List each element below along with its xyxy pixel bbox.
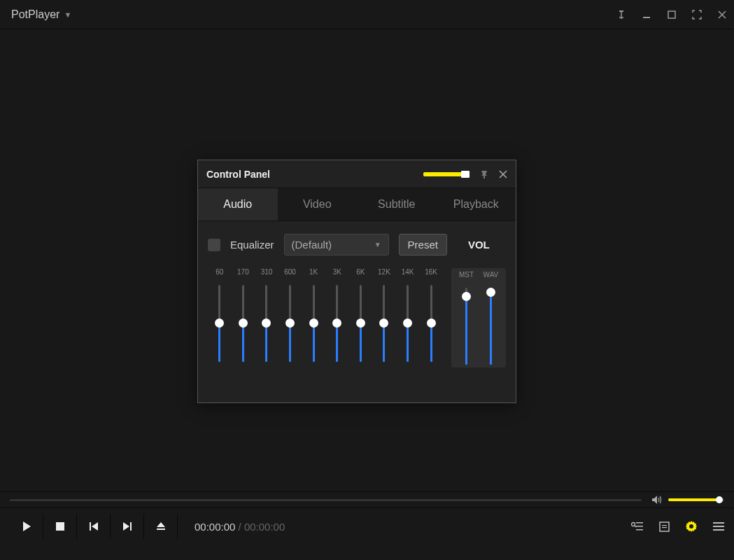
- title-bar: PotPlayer ▼: [0, 0, 734, 29]
- svg-rect-9: [636, 526, 643, 527]
- equalizer-row: Equalizer (Default) ▼ Preset VOL: [208, 234, 506, 255]
- close-icon[interactable]: [499, 170, 507, 178]
- seek-bar-row: [0, 491, 734, 508]
- control-panel-titlebar[interactable]: Control Panel: [198, 160, 516, 188]
- tab-subtitle[interactable]: Subtitle: [357, 188, 437, 220]
- eq-band-600: 600: [278, 268, 302, 368]
- volume-icon[interactable]: [651, 495, 663, 505]
- svg-rect-2: [668, 11, 675, 18]
- eq-slider[interactable]: [360, 285, 362, 362]
- vol-slider-wav[interactable]: [490, 288, 492, 365]
- time-separator: /: [235, 521, 244, 533]
- eq-band-6k: 6K: [349, 268, 373, 368]
- timecode: 00:00:00 / 00:00:00: [195, 521, 285, 533]
- time-current: 00:00:00: [195, 521, 235, 533]
- eq-slider[interactable]: [313, 285, 315, 362]
- eq-band-170: 170: [232, 268, 255, 368]
- preset-dropdown-value: (Default): [292, 239, 332, 251]
- eq-band-60: 60: [208, 268, 232, 368]
- svg-rect-13: [660, 522, 669, 531]
- vol-mst: MST: [454, 271, 479, 365]
- svg-rect-19: [713, 529, 724, 531]
- window-buttons: [615, 8, 728, 21]
- fullscreen-button[interactable]: [691, 8, 703, 21]
- eq-slider[interactable]: [336, 285, 338, 362]
- maximize-button[interactable]: [665, 8, 678, 21]
- bottom-bar: 00:00:00 / 00:00:00: [0, 508, 734, 545]
- minimize-button[interactable]: [640, 8, 653, 21]
- pin-icon[interactable]: [479, 169, 489, 179]
- preset-dropdown[interactable]: (Default) ▼: [284, 234, 389, 255]
- chevron-down-icon: ▼: [374, 241, 381, 248]
- eq-slider[interactable]: [218, 285, 220, 362]
- app-title-label: PotPlayer: [11, 8, 59, 21]
- svg-rect-17: [713, 522, 724, 524]
- control-panel-dialog: Control Panel Audio Video Subtitle Playb…: [197, 160, 516, 403]
- app-menu-button[interactable]: PotPlayer ▼: [6, 8, 71, 21]
- chevron-down-icon: ▼: [64, 10, 71, 19]
- svg-rect-4: [56, 522, 64, 531]
- eject-button[interactable]: [144, 514, 178, 539]
- svg-rect-0: [619, 10, 623, 12]
- svg-point-11: [632, 523, 635, 526]
- svg-rect-8: [636, 522, 643, 524]
- svg-rect-3: [484, 176, 485, 178]
- play-button[interactable]: [10, 514, 43, 539]
- vol-slider-group: MST WAV: [451, 268, 506, 368]
- menu-icon[interactable]: [713, 522, 724, 531]
- svg-rect-14: [662, 525, 667, 526]
- svg-rect-7: [157, 528, 165, 530]
- close-button[interactable]: [716, 8, 728, 21]
- svg-rect-18: [713, 526, 724, 527]
- time-duration: 00:00:00: [244, 521, 285, 533]
- svg-rect-1: [643, 17, 650, 18]
- eq-slider[interactable]: [430, 285, 432, 362]
- eq-slider[interactable]: [289, 285, 291, 362]
- svg-point-16: [689, 524, 693, 528]
- preset-button[interactable]: Preset: [399, 234, 447, 255]
- stop-button[interactable]: [43, 514, 77, 539]
- tab-video[interactable]: Video: [278, 188, 358, 220]
- volume-slider[interactable]: [668, 498, 724, 501]
- control-panel-tabs: Audio Video Subtitle Playback: [198, 188, 516, 221]
- svg-line-12: [635, 526, 636, 527]
- eq-slider[interactable]: [383, 285, 385, 362]
- eq-band-12k: 12K: [372, 268, 396, 368]
- vol-slider-mst[interactable]: [465, 288, 467, 365]
- eq-slider[interactable]: [265, 285, 267, 362]
- seek-bar[interactable]: [10, 499, 642, 501]
- eq-band-310: 310: [255, 268, 278, 368]
- svg-rect-5: [90, 522, 91, 531]
- control-panel-title: Control Panel: [206, 169, 270, 180]
- eq-band-3k: 3K: [325, 268, 349, 368]
- next-button[interactable]: [111, 514, 144, 539]
- eq-slider[interactable]: [407, 285, 409, 362]
- eq-band-14k: 14K: [396, 268, 420, 368]
- eq-band-16k: 16K: [419, 268, 443, 368]
- video-area[interactable]: Control Panel Audio Video Subtitle Playb…: [0, 29, 734, 491]
- tab-playback[interactable]: Playback: [437, 188, 516, 220]
- equalizer-label: Equalizer: [230, 239, 274, 251]
- playlist-icon[interactable]: [659, 522, 670, 532]
- eq-sliders: 60 170 310 600 1K 3K 6K 12K 14K 16K MST …: [208, 268, 506, 368]
- previous-button[interactable]: [77, 514, 111, 539]
- tab-audio[interactable]: Audio: [198, 188, 278, 220]
- settings-gear-icon[interactable]: [685, 520, 698, 533]
- pin-icon[interactable]: [615, 8, 628, 21]
- svg-rect-6: [130, 522, 132, 531]
- eq-band-1k: 1K: [302, 268, 325, 368]
- equalizer-checkbox[interactable]: [208, 239, 220, 251]
- control-panel-opacity-slider[interactable]: [423, 172, 470, 176]
- eq-slider[interactable]: [242, 285, 244, 362]
- search-list-icon[interactable]: [631, 521, 644, 532]
- svg-rect-15: [662, 527, 667, 528]
- svg-rect-10: [636, 529, 643, 531]
- vol-section-label: VOL: [468, 239, 490, 251]
- vol-wav: WAV: [479, 271, 503, 365]
